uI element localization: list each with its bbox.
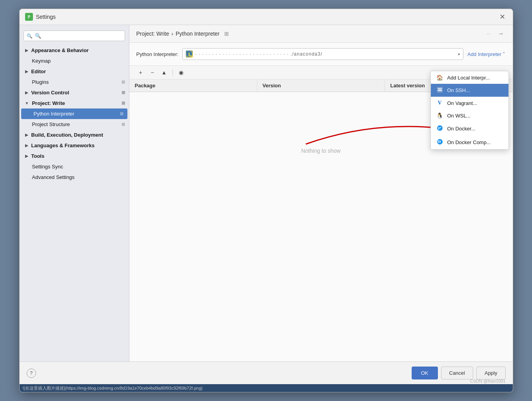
sidebar-item-plugins[interactable]: Plugins ⊞ — [20, 77, 129, 87]
settings-icon: ⊞ — [122, 122, 125, 127]
breadcrumb-current: Python Interpreter — [176, 31, 220, 37]
search-icon: 🔍 — [27, 33, 33, 39]
app-icon: P — [25, 13, 33, 21]
sidebar-item-settings-sync[interactable]: Settings Sync — [20, 161, 129, 172]
help-button[interactable]: ? — [27, 368, 36, 378]
settings-icon: ⊞ — [122, 90, 125, 95]
svg-rect-13 — [439, 141, 441, 141]
sidebar-item-label: Project: Write — [32, 100, 65, 106]
breadcrumb-parent: Project: Write — [136, 31, 169, 37]
dropdown-on-wsl[interactable]: 🐧 On WSL... — [431, 109, 508, 122]
dropdown-item-label: On SSH... — [447, 87, 470, 93]
svg-rect-14 — [438, 142, 439, 143]
dropdown-item-label: On Vagrant... — [447, 100, 477, 106]
breadcrumb-settings-icon: ⊞ — [224, 31, 229, 37]
home-icon: 🏠 — [436, 74, 443, 81]
search-box: 🔍 — [24, 31, 125, 41]
interpreter-row: Python Interpreter: 🐍 · · · · · · · · · … — [129, 43, 513, 66]
sidebar-item-label: Version Control — [31, 90, 69, 96]
dropdown-item-label: On Docker Comp... — [447, 139, 491, 145]
svg-rect-12 — [438, 141, 439, 141]
settings-icon: ⊞ — [120, 111, 123, 116]
expand-icon: ▶ — [25, 133, 28, 137]
sidebar-item-project-write[interactable]: ▼ Project: Write ⊞ — [20, 98, 129, 108]
sidebar-item-keymap[interactable]: Keymap — [20, 56, 129, 66]
breadcrumb-separator: › — [171, 31, 173, 37]
sidebar-item-editor[interactable]: ▶ Editor — [20, 66, 129, 77]
footer-actions: OK Cancel Apply — [412, 367, 506, 379]
interpreter-dropdown-arrow: ▾ — [458, 52, 460, 56]
remove-package-button[interactable]: − — [148, 68, 157, 77]
col-package: Package — [129, 79, 257, 92]
svg-rect-8 — [438, 127, 439, 128]
watermark: CSDN @ihan1001 — [470, 379, 506, 383]
main-header: Project: Write › Python Interpreter ⊞ ← … — [129, 25, 513, 43]
interpreter-label: Python Interpreter: — [136, 51, 179, 57]
sidebar: 🔍 ▶ Appearance & Behavior Keymap ▶ Edito… — [20, 25, 129, 361]
sidebar-item-tools[interactable]: ▶ Tools — [20, 151, 129, 161]
sidebar-item-label: Languages & Frameworks — [31, 143, 95, 148]
python-logo-icon: 🐍 — [186, 51, 193, 58]
sidebar-item-label: Python Interpreter — [34, 111, 74, 117]
dropdown-on-ssh[interactable]: On SSH... — [431, 84, 508, 97]
vagrant-icon: V — [436, 100, 443, 106]
dropdown-on-vagrant[interactable]: V On Vagrant... — [431, 97, 508, 109]
dropdown-on-docker-compose[interactable]: On Docker Comp... — [431, 135, 508, 149]
dropdown-on-docker[interactable]: On Docker... — [431, 122, 508, 135]
sidebar-item-version-control[interactable]: ▶ Version Control ⊞ — [20, 87, 129, 98]
svg-point-7 — [437, 125, 443, 131]
svg-text:🐍: 🐍 — [187, 52, 192, 57]
ok-button[interactable]: OK — [412, 367, 438, 379]
svg-rect-15 — [439, 142, 441, 143]
svg-text:P: P — [27, 15, 30, 19]
sidebar-item-project-structure[interactable]: Project Structure ⊞ — [20, 119, 129, 130]
interpreter-path: · · · · · · · · · · · · · · · · · · · · … — [195, 51, 456, 57]
nav-arrows: ← → — [485, 29, 506, 38]
sidebar-item-label: Keymap — [32, 58, 51, 64]
sidebar-item-label: Editor — [31, 69, 46, 74]
sidebar-item-label: Project Structure — [32, 121, 70, 127]
interpreter-selector[interactable]: 🐍 · · · · · · · · · · · · · · · · · · · … — [182, 48, 463, 60]
sidebar-item-languages[interactable]: ▶ Languages & Frameworks — [20, 140, 129, 151]
sidebar-item-label: Appearance & Behavior — [31, 47, 89, 53]
dropdown-add-local[interactable]: 🏠 Add Local Interpr... — [431, 71, 508, 84]
expand-icon: ▶ — [25, 90, 28, 95]
svg-rect-6 — [438, 90, 442, 91]
status-bar: ![在这里插入图片描述](https://img-blog.csdnimg.cn… — [20, 384, 513, 392]
sidebar-item-advanced-settings[interactable]: Advanced Settings — [20, 172, 129, 182]
svg-rect-5 — [438, 89, 442, 89]
add-package-button[interactable]: + — [136, 68, 145, 77]
status-text: ![在这里插入图片描述](https://img-blog.csdnimg.cn… — [23, 385, 203, 391]
svg-rect-9 — [440, 127, 441, 128]
settings-dialog: P Settings ✕ 🔍 ▶ Appearance & Behavior K… — [19, 9, 513, 392]
settings-icon: ⊞ — [122, 79, 125, 85]
docker-icon — [436, 125, 443, 132]
close-button[interactable]: ✕ — [498, 12, 507, 22]
nav-forward-button[interactable]: → — [496, 29, 506, 38]
col-version: Version — [257, 79, 385, 92]
dialog-footer: ? OK Cancel Apply — [20, 361, 513, 384]
sidebar-item-label: Tools — [31, 153, 45, 159]
svg-rect-4 — [437, 87, 443, 92]
nav-back-button[interactable]: ← — [485, 29, 494, 38]
cancel-button[interactable]: Cancel — [441, 367, 473, 379]
expand-icon: ▶ — [25, 154, 28, 158]
up-package-button[interactable]: ▲ — [160, 68, 169, 77]
dialog-title: Settings — [36, 14, 495, 20]
sidebar-item-build-exec[interactable]: ▶ Build, Execution, Deployment — [20, 130, 129, 140]
settings-icon: ⊞ — [122, 101, 125, 106]
apply-button[interactable]: Apply — [476, 367, 506, 379]
expand-icon: ▶ — [25, 69, 28, 74]
ssh-icon — [436, 87, 443, 94]
sidebar-item-appearance[interactable]: ▶ Appearance & Behavior — [20, 45, 129, 56]
add-interpreter-button[interactable]: Add Interpreter ˅ — [467, 51, 505, 57]
sidebar-item-label: Plugins — [32, 79, 49, 85]
eye-button[interactable]: ◉ — [177, 68, 185, 77]
expand-icon: ▼ — [25, 101, 29, 105]
dropdown-item-label: On Docker... — [447, 126, 476, 132]
search-input[interactable] — [24, 31, 125, 41]
sidebar-item-python-interpreter[interactable]: Python Interpreter ⊞ — [21, 108, 127, 119]
dropdown-item-label: Add Local Interpr... — [447, 75, 490, 81]
sidebar-item-label: Advanced Settings — [32, 174, 74, 180]
toolbar-separator — [172, 69, 173, 76]
